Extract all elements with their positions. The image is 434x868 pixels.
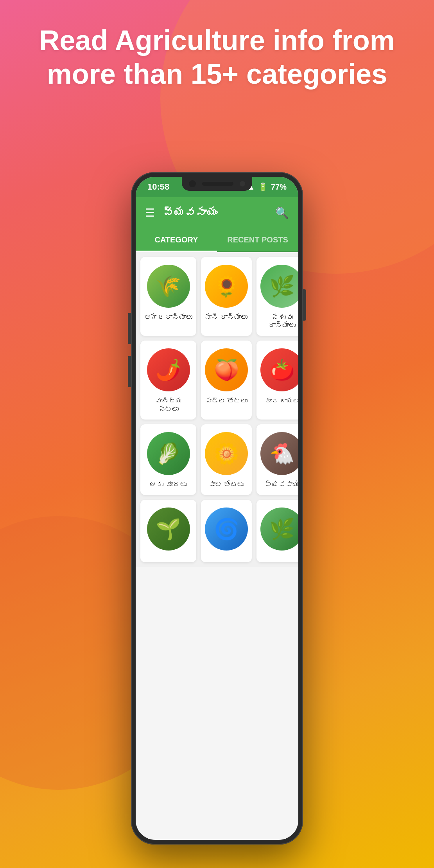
category-name: వ్యవసాయ bbox=[265, 481, 298, 489]
volume-down-button bbox=[128, 356, 131, 387]
content-area: 🌾ఆహరధాన్యాలు🌻నూనె ధాన్యాలు🌿పశువు ధాన్యాల… bbox=[136, 252, 298, 567]
category-card[interactable]: 🍅కూరగాయలు bbox=[256, 341, 298, 420]
search-icon[interactable]: 🔍 bbox=[275, 206, 289, 219]
category-card[interactable]: 🍑పండ్ల తోటలు bbox=[201, 341, 252, 420]
category-image: 🥬 bbox=[147, 432, 190, 475]
power-button bbox=[303, 289, 306, 321]
category-card[interactable]: 🌶️వాణిజ్య పంటలు bbox=[140, 341, 196, 420]
category-card[interactable]: 🌼పూల తోటలు bbox=[201, 424, 252, 495]
tab-category[interactable]: CATEGORY bbox=[136, 228, 217, 251]
category-name: పూల తోటలు bbox=[208, 481, 244, 489]
front-camera bbox=[189, 180, 196, 187]
tab-recent-posts[interactable]: RECENT POSTS bbox=[217, 228, 298, 251]
category-image: 🍑 bbox=[205, 348, 248, 391]
app-title: వ్యవసాయం bbox=[163, 206, 275, 219]
category-name: వాణిజ్య పంటలు bbox=[144, 397, 192, 413]
phone-frame: 10:58 ▼ ▲ 🔋 77% ☰ వ్యవసాయం 🔍 CATEGORY bbox=[131, 172, 303, 845]
category-card[interactable]: 🐔వ్యవసాయ bbox=[256, 424, 298, 495]
category-name: కూరగాయలు bbox=[264, 397, 299, 405]
category-image: 🌶️ bbox=[147, 348, 190, 391]
phone-screen: 10:58 ▼ ▲ 🔋 77% ☰ వ్యవసాయం 🔍 CATEGORY bbox=[136, 177, 298, 840]
category-name: నూనె ధాన్యాలు bbox=[205, 313, 247, 321]
battery-icon: 🔋 bbox=[258, 182, 268, 192]
category-name: పశువు ధాన్యాలు bbox=[260, 313, 298, 330]
category-card[interactable]: 🥬ఆకు కూరలు bbox=[140, 424, 196, 495]
battery-percent: 77% bbox=[271, 183, 287, 192]
tab-category-label: CATEGORY bbox=[154, 235, 198, 244]
category-image: 🌾 bbox=[147, 265, 190, 308]
earpiece bbox=[202, 182, 233, 186]
category-image: 🌱 bbox=[147, 508, 190, 551]
category-image: 🌿 bbox=[260, 265, 298, 308]
category-name: ఆకు కూరలు bbox=[149, 481, 187, 489]
category-card[interactable]: 🌿 bbox=[256, 500, 298, 562]
sensor bbox=[240, 181, 245, 187]
category-name: ఆహరధాన్యాలు bbox=[144, 313, 192, 321]
category-image: 🍅 bbox=[260, 348, 298, 391]
volume-up-button bbox=[128, 313, 131, 344]
tab-bar: CATEGORY RECENT POSTS bbox=[136, 228, 298, 252]
hero-text: Read Agriculture info from more than 15+… bbox=[0, 23, 434, 91]
category-image: 🌀 bbox=[205, 508, 248, 551]
menu-icon[interactable]: ☰ bbox=[145, 206, 155, 219]
app-bar: ☰ వ్యవసాయం 🔍 bbox=[136, 197, 298, 228]
category-card[interactable]: 🌻నూనె ధాన్యాలు bbox=[201, 257, 252, 336]
tab-recent-posts-label: RECENT POSTS bbox=[227, 235, 288, 244]
category-card[interactable]: 🌿పశువు ధాన్యాలు bbox=[256, 257, 298, 336]
phone-mockup: 10:58 ▼ ▲ 🔋 77% ☰ వ్యవసాయం 🔍 CATEGORY bbox=[131, 172, 303, 845]
category-card[interactable]: 🌱 bbox=[140, 500, 196, 562]
category-grid: 🌾ఆహరధాన్యాలు🌻నూనె ధాన్యాలు🌿పశువు ధాన్యాల… bbox=[136, 252, 298, 567]
category-card[interactable]: 🌾ఆహరధాన్యాలు bbox=[140, 257, 196, 336]
category-name: పండ్ల తోటలు bbox=[205, 397, 247, 405]
status-time: 10:58 bbox=[147, 182, 169, 192]
category-image: 🌻 bbox=[205, 265, 248, 308]
notch bbox=[182, 177, 252, 191]
category-image: 🌼 bbox=[205, 432, 248, 475]
category-card[interactable]: 🌀 bbox=[201, 500, 252, 562]
category-image: 🌿 bbox=[260, 508, 298, 551]
category-image: 🐔 bbox=[260, 432, 298, 475]
